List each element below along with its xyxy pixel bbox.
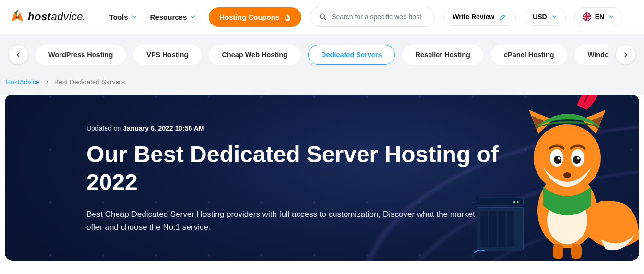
svg-point-21 — [558, 157, 561, 159]
chevron-down-icon — [190, 13, 196, 20]
breadcrumb-home[interactable]: HostAdvice — [6, 78, 40, 86]
updated-prefix: Updated on — [86, 124, 123, 132]
svg-rect-8 — [480, 211, 488, 247]
search-input[interactable]: Search for a specific web host — [310, 7, 435, 27]
svg-point-1 — [18, 17, 19, 18]
uk-flag-icon — [583, 12, 591, 21]
updated-date: January 6, 2022 10:56 AM — [123, 124, 204, 132]
search-placeholder: Search for a specific web host — [332, 13, 421, 21]
brand-text: hostadvice. — [28, 11, 86, 23]
category-chip-reseller[interactable]: Reseller Hosting — [403, 45, 483, 65]
fox-logo-icon — [10, 9, 25, 24]
write-review-button[interactable]: Write Review — [443, 8, 516, 26]
search-icon — [319, 13, 327, 21]
page-title: Our Best Dedicated Server Hosting of 202… — [86, 141, 509, 196]
chevron-right-icon — [622, 51, 629, 58]
svg-point-16 — [534, 124, 601, 191]
category-chip-vps[interactable]: VPS Hosting — [133, 45, 201, 65]
page-subtitle: Best Cheap Dedicated Server Hosting prov… — [86, 208, 509, 234]
chevron-down-icon — [131, 13, 138, 20]
flame-icon — [283, 13, 291, 21]
svg-point-23 — [563, 172, 571, 178]
chevron-right-icon — [45, 80, 49, 84]
svg-line-3 — [324, 18, 326, 20]
carousel-next-button[interactable] — [616, 45, 635, 64]
category-chip-cpanel[interactable]: cPanel Hosting — [491, 45, 567, 65]
updated-stamp: Updated on January 6, 2022 10:56 AM — [86, 124, 558, 132]
category-label: cPanel Hosting — [504, 51, 554, 59]
category-chip-wordpress[interactable]: WordPress Hosting — [36, 45, 126, 65]
svg-point-19 — [554, 156, 561, 164]
write-review-label: Write Review — [453, 13, 494, 21]
pencil-icon — [499, 13, 507, 21]
brand-logo[interactable]: hostadvice. — [10, 9, 86, 24]
currency-label: USD — [533, 13, 547, 21]
primary-nav: Tools Resources Hosting Coupons — [109, 7, 302, 27]
category-chip-dedicated[interactable]: Dedicated Servers — [308, 45, 395, 65]
svg-point-20 — [573, 156, 581, 164]
category-label: VPS Hosting — [146, 51, 188, 59]
hero-banner: Updated on January 6, 2022 10:56 AM Our … — [5, 95, 639, 261]
chevron-left-icon — [15, 51, 22, 58]
category-carousel: WordPress Hosting VPS Hosting Cheap Web … — [0, 34, 644, 75]
svg-point-22 — [577, 157, 580, 159]
chevron-down-icon — [608, 13, 615, 20]
svg-rect-24 — [553, 244, 563, 259]
language-selector[interactable]: EN — [574, 7, 623, 26]
nav-tools-label: Tools — [109, 13, 128, 21]
chevron-down-icon — [551, 13, 558, 20]
breadcrumb: HostAdvice Best Dedicated Servers — [0, 75, 644, 95]
top-bar: hostadvice. Tools Resources Hosting Coup… — [0, 0, 644, 34]
svg-rect-25 — [571, 244, 582, 259]
svg-point-0 — [16, 17, 17, 18]
hosting-coupons-button[interactable]: Hosting Coupons — [209, 7, 301, 27]
category-chip-windows[interactable]: Windows Hosting — [575, 45, 608, 65]
currency-selector[interactable]: USD — [525, 8, 566, 26]
category-chip-cheap[interactable]: Cheap Web Hosting — [209, 45, 300, 65]
category-label: Windows Hosting — [588, 51, 608, 59]
carousel-prev-button[interactable] — [9, 45, 28, 64]
nav-resources-label: Resources — [150, 13, 187, 21]
category-label: WordPress Hosting — [48, 51, 113, 59]
category-label: Cheap Web Hosting — [222, 51, 287, 59]
language-label: EN — [595, 13, 604, 21]
category-label: Reseller Hosting — [416, 51, 470, 59]
category-label: Dedicated Servers — [321, 51, 382, 59]
hosting-coupons-label: Hosting Coupons — [219, 13, 279, 21]
breadcrumb-current: Best Dedicated Servers — [54, 78, 125, 86]
nav-resources[interactable]: Resources — [150, 13, 197, 21]
nav-tools[interactable]: Tools — [109, 13, 138, 21]
category-chips: WordPress Hosting VPS Hosting Cheap Web … — [36, 45, 608, 65]
fox-mascot — [490, 95, 639, 261]
hero-section: Updated on January 6, 2022 10:56 AM Our … — [0, 95, 644, 266]
